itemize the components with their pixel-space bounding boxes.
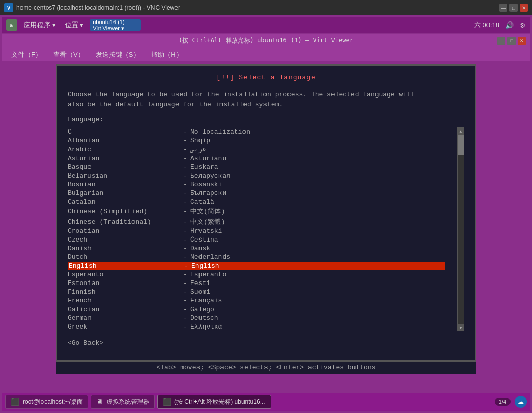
taskbar-vm-label: 虚拟系统管理器 — [106, 398, 149, 406]
lang-row-greek[interactable]: Greek - Ελληνικά — [68, 322, 445, 331]
scrollbar-thumb[interactable] — [458, 135, 464, 155]
terminal-container: [!!] Select a language Choose the langua… — [56, 64, 476, 374]
menu-view[interactable]: 查看（V） — [48, 49, 90, 60]
vm-icon: 🖥 — [96, 398, 103, 406]
settings-icon: ⚙ — [520, 21, 526, 29]
taskbar-terminal-label: root@localhost:~/桌面 — [23, 398, 83, 406]
description-text: Choose the language to be used for the i… — [68, 90, 464, 110]
volume-icon: 🔊 — [505, 21, 514, 29]
taskbar-right: 1/4 ☁ — [495, 396, 527, 408]
lang-row-asturian[interactable]: Asturian - Asturianu — [68, 154, 445, 163]
lang-row-finnish[interactable]: Finnish - Suomi — [68, 288, 445, 296]
language-list-container: C - No localizationAlbanian - ShqipArabi… — [68, 127, 464, 331]
lang-row-chinese-(simplified)[interactable]: Chinese (Simplified) - 中文(简体) — [68, 206, 445, 216]
lang-row-croatian[interactable]: Croatian - Hrvatski — [68, 227, 445, 235]
dialog-title: [!!] Select a language — [68, 74, 464, 81]
language-label: Language: — [68, 116, 464, 123]
language-list: C - No localizationAlbanian - ShqipArabi… — [68, 127, 455, 331]
cloud-icon: ☁ — [515, 396, 527, 408]
vnc-window: ⊞ 应用程序 ▾ 位置 ▾ ubuntu16 (1) – Virt Viewer… — [0, 15, 532, 413]
scrollbar-up[interactable]: ▲ — [458, 127, 464, 135]
menu-file[interactable]: 文件（F） — [6, 49, 47, 60]
lang-row-bosnian[interactable]: Bosnian - Bosanski — [68, 180, 445, 189]
virt-viewer-tab[interactable]: ubuntu16 (1) – Virt Viewer ▾ — [90, 19, 141, 31]
system-maximize-btn[interactable]: □ — [509, 4, 518, 12]
scrollbar-down[interactable]: ▼ — [458, 324, 464, 331]
lang-row-chinese-(traditional)[interactable]: Chinese (Traditional) - 中文(繁體) — [68, 216, 445, 227]
content-area: [!!] Select a language Choose the langua… — [2, 61, 530, 393]
app-menu-btn[interactable]: 应用程序 ▾ — [20, 19, 59, 31]
virt-icon: ⬛ — [163, 398, 171, 406]
inner-minimize-btn[interactable]: — — [497, 37, 505, 45]
status-text: <Tab> moves; <Space> selects; <Enter> ac… — [156, 364, 375, 372]
lang-row-esperanto[interactable]: Esperanto - Esperanto — [68, 270, 445, 279]
taskbar-terminal[interactable]: ⬛ root@localhost:~/桌面 — [5, 395, 88, 409]
system-close-btn[interactable]: ✕ — [520, 4, 528, 12]
system-tray: 六 00:18 🔊 ⚙ — [474, 20, 526, 30]
inner-maximize-btn[interactable]: □ — [507, 37, 516, 45]
lang-row-estonian[interactable]: Estonian - Eesti — [68, 279, 445, 288]
centos-app-icon: ⊞ — [6, 19, 17, 31]
terminal-box: [!!] Select a language Choose the langua… — [56, 64, 476, 361]
inner-win-controls: — □ ✕ — [497, 37, 526, 45]
system-bar-title: home-centos7 (localhost.localdomain:1 (r… — [16, 4, 180, 11]
inner-close-btn[interactable]: ✕ — [518, 37, 526, 45]
location-menu-btn[interactable]: 位置 ▾ — [62, 19, 87, 31]
lang-row-czech[interactable]: Czech - Čeština — [68, 235, 445, 244]
menu-sendkey[interactable]: 发送按键（S） — [91, 49, 145, 60]
taskbar: ⬛ root@localhost:~/桌面 🖥 虚拟系统管理器 ⬛ (按 Ctr… — [2, 393, 530, 411]
system-win-controls: — □ ✕ — [499, 4, 528, 12]
scrollbar[interactable]: ▲ ▼ — [457, 127, 464, 331]
lang-row-galician[interactable]: Galician - Galego — [68, 305, 445, 314]
system-bar-left: V home-centos7 (localhost.localdomain:1 … — [4, 3, 528, 12]
page-counter: 1/4 — [495, 398, 511, 406]
lang-row-albanian[interactable]: Albanian - Shqip — [68, 136, 445, 145]
lang-row-german[interactable]: German - Deutsch — [68, 314, 445, 322]
taskbar-virt-viewer[interactable]: ⬛ (按 Ctrl+Alt 释放光标) ubuntu16... — [157, 395, 271, 409]
go-back-btn[interactable]: <Go Back> — [68, 339, 464, 347]
lang-row-bulgarian[interactable]: Bulgarian - Български — [68, 189, 445, 198]
taskbar-vm-manager[interactable]: 🖥 虚拟系统管理器 — [91, 395, 155, 409]
system-minimize-btn[interactable]: — — [499, 4, 507, 12]
menu-help[interactable]: 帮助（H） — [146, 49, 187, 60]
terminal-icon: ⬛ — [11, 398, 19, 406]
lang-row-french[interactable]: French - Français — [68, 296, 445, 305]
vnc-icon: V — [4, 3, 13, 12]
lang-row-arabic[interactable]: Arabic - عربي — [68, 145, 445, 154]
time-display: 六 00:18 — [474, 20, 499, 30]
lang-row-english[interactable]: English - English — [68, 262, 445, 270]
lang-row-basque[interactable]: Basque - Euskara — [68, 163, 445, 171]
status-bar: <Tab> moves; <Space> selects; <Enter> ac… — [56, 361, 476, 374]
lang-row-danish[interactable]: Danish - Dansk — [68, 244, 445, 253]
inner-titlebar: (按 Ctrl+Alt 释放光标) ubuntu16 (1) – Virt Vi… — [2, 34, 530, 48]
system-bar: V home-centos7 (localhost.localdomain:1 … — [0, 0, 532, 15]
taskbar-virt-label: (按 Ctrl+Alt 释放光标) ubuntu16... — [174, 398, 265, 406]
centos-menubar: ⊞ 应用程序 ▾ 位置 ▾ ubuntu16 (1) – Virt Viewer… — [2, 17, 530, 33]
lang-row-catalan[interactable]: Catalan - Català — [68, 198, 445, 206]
menu-bar: 文件（F） 查看（V） 发送按键（S） 帮助（H） — [2, 48, 530, 61]
lang-row-c[interactable]: C - No localization — [68, 127, 445, 136]
lang-row-dutch[interactable]: Dutch - Nederlands — [68, 253, 445, 262]
inner-title-text: (按 Ctrl+Alt 释放光标) ubuntu16 (1) – Virt Vi… — [179, 36, 353, 45]
lang-row-belarusian[interactable]: Belarusian - Беларуская — [68, 171, 445, 180]
